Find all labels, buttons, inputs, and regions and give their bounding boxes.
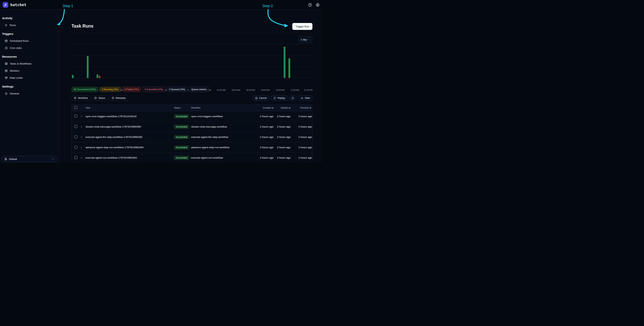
filter-button[interactable]: Workflow	[72, 95, 90, 101]
finished-at: 2 hours ago	[290, 115, 312, 118]
column-header-started-at: Started at	[274, 106, 290, 109]
chevrons-up-down-icon	[52, 158, 54, 160]
workflow-name[interactable]: execute-agent-llm-step-workflow	[191, 136, 249, 138]
workflow-name[interactable]: stream-chat-message-workflow	[191, 125, 249, 128]
sidebar-section: Activity Runs	[2, 16, 57, 28]
status-summary-chip[interactable]: 0 Queued (0%)	[167, 87, 188, 92]
filter-label: Status	[98, 97, 105, 99]
sidebar-item[interactable]: Rate Limits	[2, 75, 57, 80]
sidebar-item-label: Rate Limits	[10, 76, 23, 79]
brand-name: hatchet	[10, 3, 26, 7]
action-button[interactable]: Cancel	[252, 95, 269, 101]
plus-circle-icon	[112, 96, 114, 99]
created-at: 2 hours ago	[249, 115, 274, 118]
task-name[interactable]: execute-agent-llm-step-workflow-17678109…	[86, 136, 170, 138]
filter-button[interactable]: Status	[92, 95, 107, 101]
status-badge: Succeeded	[174, 125, 189, 129]
expand-row-icon[interactable]	[80, 136, 83, 138]
sidebar-item[interactable]: Cron Jobs	[2, 45, 57, 50]
table-row[interactable]: stream-chat-message-workflow-17678109693…	[72, 121, 312, 132]
select-all-checkbox[interactable]	[74, 106, 77, 109]
row-checkbox[interactable]	[74, 156, 77, 159]
row-checkbox[interactable]	[74, 125, 77, 128]
action-group: Cancel Replay View	[252, 95, 312, 101]
filter-button[interactable]: Metadata	[109, 95, 128, 101]
chart-bar	[96, 74, 98, 78]
task-name[interactable]: sync-cron-triggers-workflow-176781102001…	[86, 115, 170, 118]
sidebar-section-heading: Triggers	[2, 32, 57, 35]
action-button[interactable]: Replay	[271, 95, 288, 101]
finished-at: 2 hours ago	[290, 136, 312, 138]
tenant-name: Default	[9, 158, 17, 161]
hatchet-logo-icon[interactable]	[3, 2, 8, 8]
action-button[interactable]	[289, 95, 296, 101]
help-button[interactable]	[308, 3, 312, 7]
sidebar: Activity Runs Triggers Scheduled Runs	[0, 10, 60, 163]
expand-row-icon[interactable]	[80, 125, 83, 128]
trigger-run-button[interactable]: Trigger Run	[292, 23, 312, 30]
table-row[interactable]: advance-agent-step-run-workflow-17678109…	[72, 142, 312, 152]
action-label: View	[305, 97, 310, 99]
expand-row-icon[interactable]	[80, 156, 83, 159]
x-axis-label: 09:30 AM	[276, 89, 284, 91]
status-badge: Succeeded	[174, 114, 189, 119]
started-at: 2 hours ago	[274, 115, 290, 118]
row-checkbox[interactable]	[74, 146, 77, 149]
started-at: 2 hours ago	[274, 146, 290, 149]
main-content: Task Runs Trigger Run 1 day 02:00 PM03:3…	[60, 10, 322, 163]
action-icon	[300, 97, 304, 100]
sidebar-item-label: Scheduled Runs	[10, 39, 29, 42]
finished-at: 2 hours ago	[290, 125, 312, 128]
action-button[interactable]: View	[298, 95, 312, 101]
task-name[interactable]: execute-agent-run-workflow-1767810963383	[86, 156, 170, 159]
finished-at: 2 hours ago	[290, 156, 312, 159]
workflow-name[interactable]: advance-agent-step-run-workflow	[191, 146, 249, 149]
row-checkbox[interactable]	[74, 135, 77, 138]
sidebar-item[interactable]: General	[2, 91, 57, 96]
table-row[interactable]: sync-cron-triggers-workflow-176781102001…	[72, 111, 312, 121]
table-header: Task Status Workflow Created at Started …	[72, 105, 312, 111]
action-icon	[255, 97, 258, 100]
sidebar-item[interactable]: Scheduled Runs	[2, 38, 57, 43]
expand-row-icon[interactable]	[80, 146, 83, 149]
sidebar-section: Settings General	[2, 85, 57, 96]
sidebar-item[interactable]: Runs	[2, 22, 57, 28]
task-name[interactable]: advance-agent-step-run-workflow-17678109…	[86, 146, 170, 149]
status-summary-chip[interactable]: Queue metrics	[189, 87, 209, 92]
sidebar-section-heading: Activity	[2, 16, 57, 20]
action-label: Cancel	[259, 97, 266, 99]
created-at: 2 hours ago	[249, 136, 274, 138]
sidebar-item-icon	[4, 76, 8, 79]
filter-label: Metadata	[116, 97, 126, 99]
building-icon	[4, 157, 7, 161]
account-button[interactable]	[316, 3, 320, 7]
status-summary-chip[interactable]: 56 Succeeded (93%)	[72, 87, 98, 92]
sidebar-item[interactable]: Tasks & Workflows	[2, 61, 57, 66]
task-name[interactable]: stream-chat-message-workflow-17678109693…	[86, 125, 170, 128]
chart-bar	[72, 75, 74, 78]
column-header-created-at: Created at	[249, 106, 274, 109]
sidebar-item[interactable]: Workers	[2, 68, 57, 73]
workflow-name[interactable]: execute-agent-run-workflow	[191, 156, 249, 159]
column-header-status: Status	[170, 106, 191, 109]
tenant-switcher[interactable]: Default	[2, 156, 56, 162]
started-at: 2 hours ago	[274, 156, 290, 159]
sidebar-item-icon	[4, 62, 8, 65]
status-summary-chip[interactable]: 0 Running (0%)	[100, 87, 121, 92]
table-row[interactable]: execute-agent-run-workflow-1767810963383…	[72, 152, 312, 163]
sidebar-section: Resources Tasks & Workflows Workers Rate…	[2, 55, 57, 80]
action-icon	[291, 97, 294, 100]
created-at: 2 hours ago	[249, 156, 274, 159]
filter-label: Workflow	[78, 97, 88, 99]
row-checkbox[interactable]	[74, 115, 77, 117]
status-badge: Succeeded	[174, 156, 189, 160]
sidebar-section-heading: Resources	[2, 55, 57, 58]
sidebar-item-icon	[4, 39, 8, 42]
expand-row-icon[interactable]	[80, 115, 83, 118]
workflow-name[interactable]: sync-cron-triggers-workflow	[191, 115, 249, 118]
table-row[interactable]: execute-agent-llm-step-workflow-17678109…	[72, 132, 312, 142]
status-summary-chip[interactable]: 4 Failed (7%)	[122, 87, 141, 92]
status-summary-chip[interactable]: 0 Cancelled (0%)	[142, 87, 165, 92]
filter-group: Workflow Status Metadata	[72, 95, 128, 101]
plus-circle-icon	[74, 96, 77, 99]
